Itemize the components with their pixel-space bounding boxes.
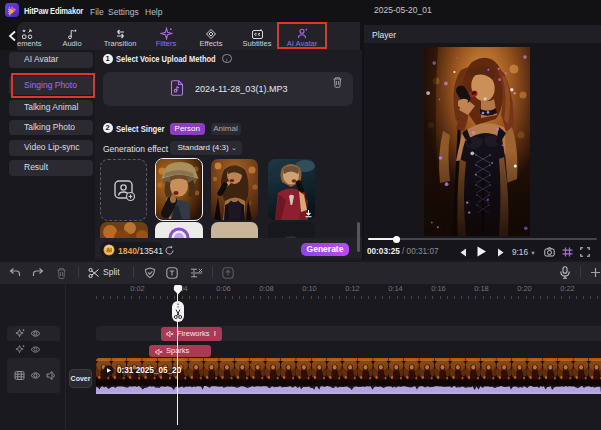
svg-text:AI: AI (106, 247, 112, 253)
